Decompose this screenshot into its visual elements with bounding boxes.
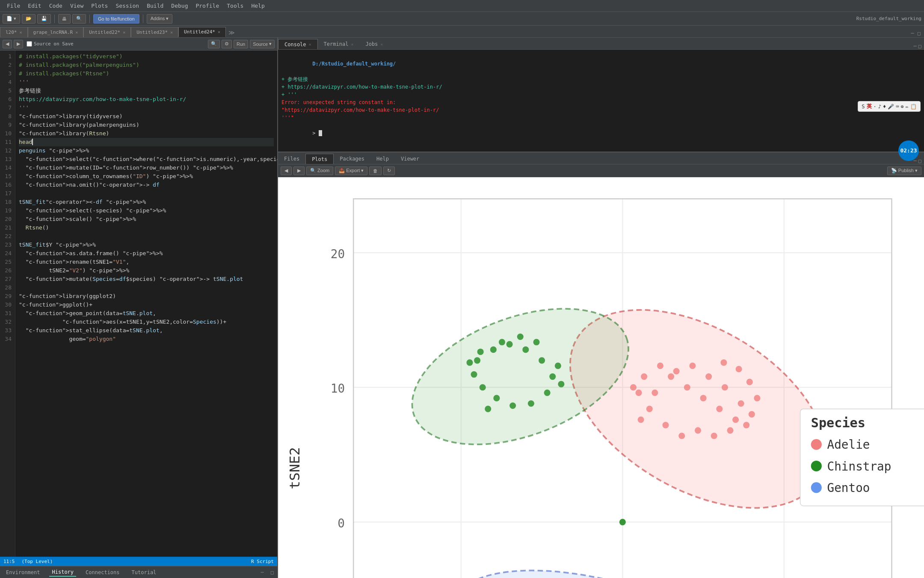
svg-point-45 — [474, 357, 480, 363]
export-btn[interactable]: 📤 Export ▾ — [335, 167, 367, 175]
run-btn[interactable]: Run — [234, 40, 248, 48]
tab-untitled24[interactable]: Untitled24* ✕ — [178, 27, 226, 37]
settings-btn[interactable]: ⚙ — [222, 40, 232, 48]
delete-plot-btn[interactable]: 🗑 — [369, 167, 382, 175]
maximize-bottom-btn[interactable]: □ — [271, 569, 274, 575]
source-on-save-checkbox[interactable] — [27, 41, 32, 47]
zoom-btn[interactable]: 🔍 Zoom — [306, 167, 333, 175]
code-line-5: 参考链接 — [19, 86, 274, 95]
plot-area: tSNE2 tSNE1 -10 0 10 — [278, 177, 924, 578]
tab-jobs[interactable]: Jobs ✕ — [359, 39, 389, 49]
close-console-tab[interactable]: ✕ — [309, 42, 311, 47]
ime-icon-5[interactable]: ⊕ — [901, 104, 904, 110]
menu-edit[interactable]: Edit — [24, 2, 44, 10]
find-btn[interactable]: 🔍 — [72, 14, 86, 24]
svg-point-37 — [743, 422, 749, 428]
publish-btn[interactable]: 📡 Publish ▾ — [887, 167, 921, 175]
new-file-btn[interactable]: 📄 ▾ — [3, 14, 20, 24]
close-terminal-tab[interactable]: ✕ — [351, 42, 353, 47]
ime-content: S — [862, 104, 865, 110]
close-tab-untitled22[interactable]: ✕ — [123, 30, 125, 35]
source-btn[interactable]: Source ▾ — [250, 40, 275, 48]
tab-tutorial[interactable]: Tutorial — [129, 569, 159, 576]
svg-point-59 — [499, 339, 505, 345]
menu-session[interactable]: Session — [112, 2, 142, 10]
ime-icon-6[interactable]: ✏ — [906, 104, 909, 110]
go-to-file-btn[interactable]: Go to file/function — [93, 14, 139, 24]
code-content[interactable]: # install.packages("tidyverse")# install… — [15, 51, 277, 557]
ime-icon-1[interactable]: ♪ — [878, 104, 881, 110]
plot-fwd-btn[interactable]: ▶ — [293, 167, 305, 175]
tab-plots[interactable]: Plots — [305, 154, 334, 164]
tab-l20[interactable]: l20* ✕ — [0, 27, 28, 37]
menu-build[interactable]: Build — [143, 2, 167, 10]
more-tabs-btn[interactable]: ≫ — [226, 28, 237, 37]
workspace-label: Rstudio_default_working — [856, 16, 921, 21]
console-pane[interactable]: D:/Rstudio_default_working/ + 参考链接 + htt… — [278, 50, 924, 152]
print-btn[interactable]: 🖶 — [58, 14, 71, 24]
tab-grape[interactable]: grape_lncRNA.R ✕ — [28, 27, 84, 37]
open-file-btn[interactable]: 📂 — [22, 14, 36, 24]
tab-untitled23[interactable]: Untitled23* ✕ — [131, 27, 178, 37]
close-tab-untitled24[interactable]: ✕ — [218, 30, 220, 34]
svg-point-21 — [716, 406, 723, 412]
minimize-bottom-btn[interactable]: ─ — [261, 569, 264, 575]
svg-point-33 — [678, 432, 685, 439]
ime-icon-7[interactable]: 📋 — [910, 104, 917, 110]
maximize-console-btn[interactable]: □ — [918, 43, 921, 49]
line-number-20: 20 — [2, 215, 12, 223]
menu-debug[interactable]: Debug — [168, 2, 191, 10]
menu-profile[interactable]: Profile — [192, 2, 222, 10]
y-axis-label: tSNE2 — [287, 447, 303, 489]
tab-terminal[interactable]: Terminal ✕ — [318, 39, 360, 49]
addins-btn[interactable]: Addins ▾ — [147, 14, 173, 24]
tab-viewer[interactable]: Viewer — [395, 154, 425, 164]
menu-file[interactable]: File — [3, 2, 24, 10]
code-line-22 — [19, 232, 274, 241]
tab-console[interactable]: Console ✕ — [278, 39, 318, 49]
search-btn[interactable]: 🔍 — [208, 40, 220, 48]
code-line-14: "c-function">mutate(ID="c-function">row_… — [19, 164, 274, 172]
code-line-31: "c-function">geom_point(data=tSNE.plot, — [19, 309, 274, 318]
svg-point-42 — [720, 359, 727, 366]
minimize-console-btn[interactable]: ─ — [914, 43, 917, 49]
tab-connections[interactable]: Connections — [83, 569, 122, 576]
tab-files[interactable]: Files — [278, 154, 305, 164]
close-tab-grape[interactable]: ✕ — [75, 30, 78, 35]
close-tab-l20[interactable]: ✕ — [20, 30, 22, 35]
ime-icon-4[interactable]: ⌨ — [896, 104, 899, 110]
svg-point-29 — [641, 373, 647, 380]
menu-tools[interactable]: Tools — [223, 2, 247, 10]
svg-point-46 — [490, 346, 497, 353]
menu-code[interactable]: Code — [46, 2, 66, 10]
ime-lang[interactable]: 英 — [867, 103, 872, 110]
code-editor[interactable]: 1234567891011121314151617181920212223242… — [0, 51, 277, 557]
svg-point-36 — [727, 427, 733, 434]
plot-back-btn[interactable]: ◀ — [281, 167, 292, 175]
ime-toolbar: S 英 · ♪ ♦ 🎤 ⌨ ⊕ ✏ 📋 — [858, 101, 921, 112]
menu-view[interactable]: View — [67, 2, 87, 10]
ime-icon-2[interactable]: ♦ — [883, 104, 886, 110]
ime-icon-3[interactable]: 🎤 — [888, 104, 894, 110]
console-error-2: "https://datavizpyr.com/how-to-make-tsne… — [281, 106, 921, 114]
maximize-plots-btn[interactable]: □ — [918, 158, 921, 164]
code-line-19: "c-function">select(-species) "c-pipe">%… — [19, 206, 274, 215]
close-tab-untitled23[interactable]: ✕ — [170, 30, 173, 35]
refresh-plot-btn[interactable]: ↻ — [383, 167, 395, 175]
tab-environment[interactable]: Environment — [3, 569, 42, 576]
tab-untitled22[interactable]: Untitled22* ✕ — [83, 27, 131, 37]
maximize-editor-btn[interactable]: □ — [917, 30, 921, 37]
tab-packages[interactable]: Packages — [334, 154, 370, 164]
svg-point-63 — [558, 381, 564, 387]
close-jobs-tab[interactable]: ✕ — [380, 42, 383, 47]
tab-help[interactable]: Help — [370, 154, 395, 164]
save-btn[interactable]: 💾 — [37, 14, 51, 24]
right-container: Console ✕ Terminal ✕ Jobs ✕ ─ □ — [278, 38, 924, 578]
minimize-editor-btn[interactable]: ─ — [910, 30, 915, 37]
fwd-btn[interactable]: ▶ — [14, 40, 23, 48]
tab-history[interactable]: History — [49, 568, 76, 577]
menu-plots[interactable]: Plots — [88, 2, 111, 10]
menu-help[interactable]: Help — [248, 2, 268, 10]
code-line-2: # install.packages("palmerpenguins") — [19, 61, 274, 69]
back-btn[interactable]: ◀ — [3, 40, 12, 48]
